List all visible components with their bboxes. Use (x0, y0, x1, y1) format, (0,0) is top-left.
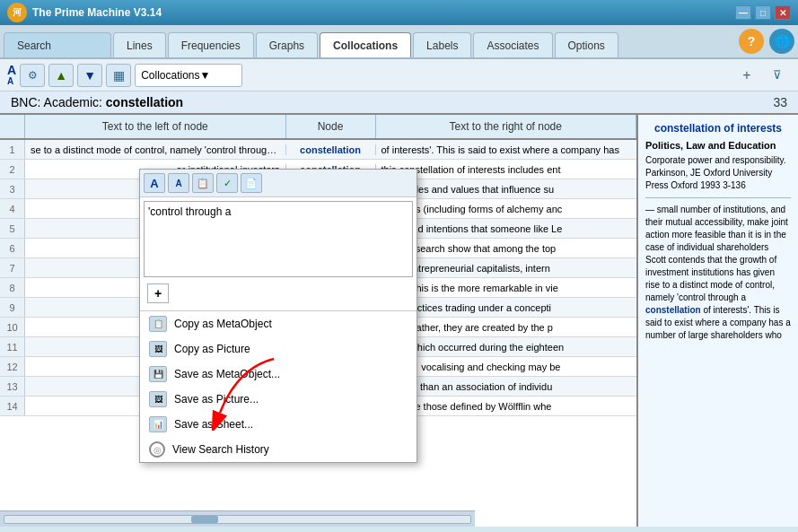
save-sheet-icon: 📊 (149, 416, 167, 432)
window-title: The Prime Machine V3.14 (32, 6, 735, 19)
row-num-8: 8 (0, 278, 25, 297)
toolbar-right: + ⊽ (733, 64, 791, 87)
row-num-4: 4 (0, 199, 25, 218)
tab-graphs-label: Graphs (269, 39, 304, 52)
bnc-count: 33 (773, 95, 787, 109)
tab-options[interactable]: Options (555, 32, 618, 57)
panel-title: constellation of interests (645, 122, 791, 135)
popup-add-button[interactable]: + (147, 283, 169, 303)
column-headers: Text to the left of node Node Text to th… (0, 115, 636, 140)
menu-label-save-sheet: Save as Sheet... (174, 418, 253, 431)
popup-search-bar: A A 📋 ✓ 📄 (140, 170, 417, 197)
font-increase-button[interactable]: A (7, 64, 16, 76)
row-num-13: 13 (0, 377, 25, 396)
minimize-button[interactable]: — (735, 5, 751, 20)
tab-associates[interactable]: Associates (473, 32, 552, 57)
popup-copy-btn[interactable]: 📋 (192, 173, 214, 193)
row-num-10: 10 (0, 318, 25, 336)
table-row[interactable]: 1 se to a distinct mode of control, name… (0, 140, 636, 160)
row-num-11: 11 (0, 337, 25, 356)
row-num-12: 12 (0, 357, 25, 376)
globe-icon[interactable]: 🌐 (769, 29, 794, 54)
window-controls[interactable]: — □ ✕ (735, 5, 791, 20)
row-num-7: 7 (0, 258, 25, 277)
tab-graphs[interactable]: Graphs (256, 32, 318, 57)
history-icon: ◎ (149, 441, 165, 458)
dropdown-arrow-icon: ▼ (200, 69, 237, 82)
scrollbar-track[interactable] (4, 515, 471, 524)
help-icon[interactable]: ? (739, 29, 764, 54)
menu-label-copy-metaobject: Copy as MetaObject (174, 318, 272, 330)
col-header-right: Text to the right of node (376, 115, 637, 138)
popup-font-a-small[interactable]: A (168, 173, 189, 193)
row-right-1: of interests'. This is said to exist whe… (376, 144, 637, 155)
close-button[interactable]: ✕ (775, 5, 791, 20)
menu-item-copy-metaobject[interactable]: 📋 Copy as MetaObject (140, 311, 417, 336)
filter-button[interactable]: ▦ (106, 64, 131, 87)
row-node-1: constellation (286, 144, 376, 155)
tab-search-label: Search (17, 39, 51, 52)
tab-lines[interactable]: Lines (113, 32, 166, 57)
right-panel: constellation of interests Politics, Law… (636, 115, 798, 527)
tab-bar: Search Lines Frequencies Graphs Collocat… (0, 25, 798, 59)
collocations-dropdown-label: Collocations (141, 69, 199, 82)
popup-font-a-large[interactable]: A (144, 173, 165, 193)
menu-item-save-sheet[interactable]: 📊 Save as Sheet... (140, 412, 417, 437)
app-logo: 河 (7, 3, 27, 22)
bnc-label: BNC: Academic: constellation (11, 95, 183, 109)
menu-label-view-history: View Search History (172, 443, 269, 456)
col-header-num (0, 115, 25, 138)
toolbar: A A ⚙ ▲ ▼ ▦ Collocations ▼ + ⊽ (0, 59, 798, 92)
font-size-controls: A A (7, 64, 16, 86)
col-header-left: Text to the left of node (25, 115, 286, 138)
popup-textarea-area: 'control through a (140, 197, 417, 283)
copy-picture-icon: 🖼 (149, 341, 167, 357)
sort-up-button[interactable]: ▲ (48, 64, 74, 87)
tab-lines-label: Lines (127, 39, 153, 52)
menu-item-save-metaobject[interactable]: 💾 Save as MetaObject... (140, 362, 417, 387)
sort-down-button[interactable]: ▼ (77, 64, 102, 87)
tab-collocations[interactable]: Collocations (320, 32, 411, 57)
bnc-word: constellation (106, 95, 183, 109)
horizontal-scrollbar[interactable] (0, 510, 475, 527)
row-num-1: 1 (0, 140, 25, 159)
panel-text-2: — small number of institutions, and thei… (645, 204, 791, 342)
filter-icon[interactable]: ⊽ (764, 64, 791, 87)
bnc-prefix: BNC: Academic: (11, 95, 106, 109)
row-num-6: 6 (0, 239, 25, 257)
collocations-dropdown[interactable]: Collocations ▼ (135, 64, 242, 87)
tab-associates-label: Associates (487, 39, 539, 52)
save-metaobject-icon: 💾 (149, 366, 167, 382)
tab-labels[interactable]: Labels (413, 32, 471, 57)
save-picture-icon: 🖼 (149, 391, 167, 407)
add-button[interactable]: + (733, 64, 760, 87)
main-content: Text to the left of node Node Text to th… (0, 115, 798, 527)
menu-item-view-history[interactable]: ◎ View Search History (140, 437, 417, 462)
popup-search-textarea[interactable]: 'control through a (144, 201, 413, 277)
row-left-1: se to a distinct mode of control, namely… (25, 144, 286, 155)
tab-options-label: Options (568, 39, 605, 52)
menu-item-save-picture[interactable]: 🖼 Save as Picture... (140, 387, 417, 412)
tab-bar-right-icons: ? 🌐 (739, 29, 794, 57)
context-popup: A A 📋 ✓ 📄 'control through a + 📋 Copy as… (139, 169, 417, 463)
menu-label-save-metaobject: Save as MetaObject... (174, 368, 280, 380)
scrollbar-thumb[interactable] (191, 516, 218, 523)
settings-button[interactable]: ⚙ (20, 64, 45, 87)
menu-label-copy-picture: Copy as Picture (174, 343, 250, 355)
title-bar: 河 The Prime Machine V3.14 — □ ✕ (0, 0, 798, 25)
font-decrease-button[interactable]: A (7, 77, 16, 86)
row-num-3: 3 (0, 179, 25, 198)
tab-search[interactable]: Search (4, 32, 111, 57)
panel-text-1: Corporate power and responsibility. Park… (645, 154, 791, 192)
tab-labels-label: Labels (426, 39, 458, 52)
maximize-button[interactable]: □ (755, 5, 771, 20)
popup-check-btn[interactable]: ✓ (216, 173, 238, 193)
tab-frequencies[interactable]: Frequencies (168, 32, 254, 57)
tab-collocations-label: Collocations (333, 39, 398, 52)
menu-item-copy-picture[interactable]: 🖼 Copy as Picture (140, 336, 417, 362)
row-num-2: 2 (0, 160, 25, 179)
copy-metaobject-icon: 📋 (149, 316, 167, 332)
popup-paste-btn[interactable]: 📄 (241, 173, 262, 193)
menu-label-save-picture: Save as Picture... (174, 393, 259, 406)
panel-subtitle: Politics, Law and Education (645, 140, 791, 151)
